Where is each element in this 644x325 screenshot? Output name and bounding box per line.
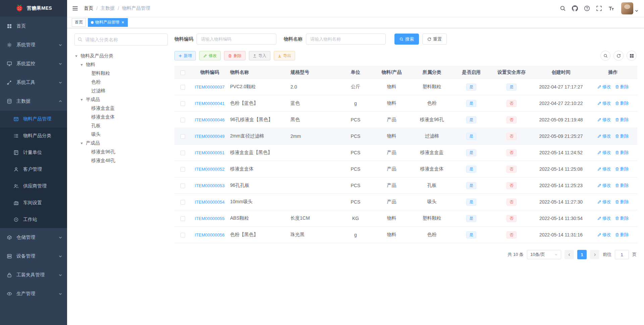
- row-checkbox[interactable]: [180, 200, 185, 205]
- material-code-link[interactable]: ITEM00000041: [195, 101, 225, 106]
- close-icon[interactable]: [121, 20, 125, 24]
- material-code-link[interactable]: ITEM00000055: [195, 216, 225, 221]
- sidebar-item-home[interactable]: 首页: [0, 17, 67, 36]
- sidebar-item-fixture-management[interactable]: 工装夹具管理: [0, 266, 67, 284]
- tree-node[interactable]: 移液盒96孔: [74, 148, 168, 156]
- sidebar-item-warehouse-management[interactable]: 仓储管理: [0, 228, 67, 247]
- page-number-button[interactable]: 1: [577, 250, 587, 259]
- delete-row-button[interactable]: 删除: [615, 166, 629, 172]
- material-code-link[interactable]: ITEM00000049: [195, 134, 225, 139]
- sidebar-item-master-data[interactable]: 主数据: [0, 92, 67, 111]
- sidebar-subitem-material-product-category[interactable]: 物料产品分类: [0, 127, 67, 144]
- sidebar-item-equipment-management[interactable]: 设备管理: [0, 247, 67, 266]
- avatar-caret-down-icon[interactable]: [635, 9, 639, 13]
- header-search-button[interactable]: [557, 0, 569, 17]
- sidebar-subitem-customer-management[interactable]: 客户管理: [0, 161, 67, 178]
- tree-node[interactable]: 移液盒盒盖: [74, 104, 168, 113]
- toggle-search-button[interactable]: [600, 51, 610, 61]
- edit-row-button[interactable]: 修改: [597, 166, 611, 172]
- tag-item[interactable]: 首页: [72, 18, 86, 27]
- breadcrumb-item[interactable]: 首页: [84, 5, 93, 11]
- font-size-button[interactable]: [605, 0, 617, 17]
- edit-row-button[interactable]: 修改: [597, 150, 611, 156]
- row-checkbox[interactable]: [180, 85, 185, 90]
- sidebar-item-system-admin[interactable]: 系统管理: [0, 36, 67, 54]
- delete-row-button[interactable]: 删除: [615, 133, 629, 139]
- edit-row-button[interactable]: 修改: [597, 84, 611, 90]
- material-code-link[interactable]: ITEM00000056: [195, 232, 225, 237]
- tree-node[interactable]: 产成品: [74, 139, 168, 148]
- delete-row-button[interactable]: 删除: [615, 150, 629, 156]
- tree-caret-icon[interactable]: [80, 141, 86, 145]
- tree-node[interactable]: 物料及产品分类: [74, 52, 168, 60]
- row-checkbox[interactable]: [180, 134, 185, 139]
- delete-row-button[interactable]: 删除: [615, 232, 629, 238]
- sidebar-item-production-management[interactable]: 生产管理: [0, 284, 67, 303]
- select-all-checkbox[interactable]: [180, 70, 185, 75]
- material-code-link[interactable]: ITEM00000052: [195, 167, 225, 172]
- hamburger-icon[interactable]: [72, 5, 78, 12]
- tree-node[interactable]: 塑料颗粒: [74, 69, 168, 78]
- refresh-table-button[interactable]: [613, 51, 624, 61]
- fullscreen-button[interactable]: [593, 0, 605, 17]
- material-code-link[interactable]: ITEM00000051: [195, 150, 225, 155]
- tree-node[interactable]: 色粉: [74, 78, 168, 87]
- edit-row-button[interactable]: 修改: [597, 117, 611, 123]
- delete-row-button[interactable]: 删除: [615, 84, 629, 90]
- tree-node[interactable]: 过滤棉: [74, 87, 168, 95]
- material-code-link[interactable]: ITEM00000037: [195, 85, 225, 90]
- material-code-link[interactable]: ITEM00000054: [195, 200, 225, 205]
- tag-active[interactable]: 物料产品管理: [88, 18, 128, 27]
- sidebar-subitem-workstation[interactable]: 工作站: [0, 211, 67, 228]
- sidebar-subitem-workshop-settings[interactable]: 车间设置: [0, 195, 67, 211]
- edit-row-button[interactable]: 修改: [597, 232, 611, 238]
- add-button[interactable]: 新增: [174, 51, 196, 60]
- tree-node[interactable]: 孔板: [74, 121, 168, 130]
- reset-button[interactable]: 重置: [422, 34, 447, 45]
- edit-row-button[interactable]: 修改: [597, 133, 611, 139]
- goto-page-input[interactable]: [615, 250, 629, 259]
- delete-row-button[interactable]: 删除: [615, 215, 629, 221]
- tree-node[interactable]: 半成品: [74, 95, 168, 104]
- tree-node[interactable]: 吸头: [74, 130, 168, 139]
- next-page-button[interactable]: [590, 250, 599, 259]
- row-checkbox[interactable]: [180, 167, 185, 172]
- edit-button[interactable]: 修改: [199, 51, 221, 60]
- delete-row-button[interactable]: 删除: [615, 199, 629, 205]
- sidebar-subitem-supplier-management[interactable]: 供应商管理: [0, 178, 67, 195]
- sidebar-subitem-material-product-management[interactable]: 物料产品管理: [0, 111, 67, 127]
- material-name-input[interactable]: [306, 34, 386, 45]
- delete-button[interactable]: 删除: [224, 51, 246, 60]
- tree-node[interactable]: 移液盒盒体: [74, 113, 168, 121]
- prev-page-button[interactable]: [565, 250, 574, 259]
- row-checkbox[interactable]: [180, 233, 185, 237]
- tree-caret-icon[interactable]: [74, 54, 80, 58]
- github-button[interactable]: [569, 0, 581, 17]
- row-checkbox[interactable]: [180, 216, 185, 221]
- delete-row-button[interactable]: 删除: [615, 117, 629, 123]
- sidebar-item-system-monitor[interactable]: 系统监控: [0, 54, 67, 73]
- edit-row-button[interactable]: 修改: [597, 100, 611, 106]
- row-checkbox[interactable]: [180, 183, 185, 188]
- tree-node[interactable]: 物料: [74, 60, 168, 69]
- logo-bar[interactable]: 苦糖果MES: [0, 0, 67, 17]
- row-checkbox[interactable]: [180, 101, 185, 106]
- breadcrumb-item[interactable]: 主数据: [101, 5, 115, 11]
- tree-caret-icon[interactable]: [80, 98, 86, 102]
- column-settings-button[interactable]: [627, 51, 637, 61]
- material-code-link[interactable]: ITEM00000046: [195, 117, 225, 122]
- avatar[interactable]: [621, 2, 633, 14]
- tree-node[interactable]: 移液盒48孔: [74, 156, 168, 165]
- search-button[interactable]: 搜索: [394, 34, 419, 45]
- export-button[interactable]: 导出: [274, 51, 295, 60]
- page-size-select[interactable]: 10条/页: [527, 250, 561, 259]
- help-button[interactable]: [581, 0, 593, 17]
- delete-row-button[interactable]: 删除: [615, 100, 629, 106]
- edit-row-button[interactable]: 修改: [597, 215, 611, 221]
- material-code-link[interactable]: ITEM00000053: [195, 183, 225, 188]
- row-checkbox[interactable]: [180, 118, 185, 122]
- import-button[interactable]: 导入: [249, 51, 270, 60]
- tree-caret-icon[interactable]: [80, 63, 86, 67]
- sidebar-subitem-measure-unit[interactable]: 计量单位: [0, 144, 67, 161]
- row-checkbox[interactable]: [180, 151, 185, 155]
